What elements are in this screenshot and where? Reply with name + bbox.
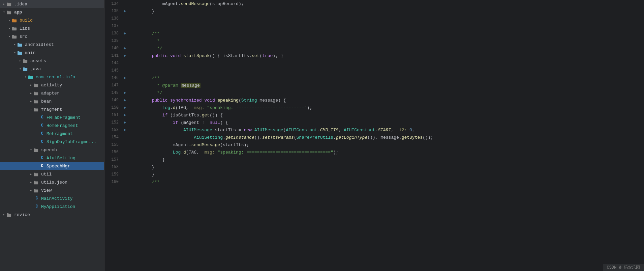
svg-rect-29	[34, 148, 35, 149]
gutter-mark	[121, 141, 128, 148]
class-icon: C	[39, 123, 45, 128]
bottom-bar: CSDN @ 码农乐园	[603, 264, 644, 271]
sidebar-item-src[interactable]: src	[0, 32, 104, 40]
sidebar-item-utils-json[interactable]: utils.json	[0, 178, 104, 186]
arrow-icon	[28, 107, 34, 111]
class-icon: C	[39, 156, 45, 160]
sidebar-item-java[interactable]: java	[0, 65, 104, 73]
gutter-mark: ◆	[121, 111, 128, 119]
arrow-icon	[1, 2, 7, 6]
svg-rect-11	[18, 43, 19, 44]
svg-rect-12	[18, 52, 22, 55]
svg-rect-10	[18, 44, 22, 47]
folder-icon	[34, 188, 40, 193]
line-num: 146	[104, 74, 121, 82]
svg-rect-3	[7, 10, 8, 11]
arrow-icon	[28, 188, 34, 192]
class-icon: C	[39, 115, 45, 120]
sidebar-label-myapplication: MyApplication	[41, 204, 75, 209]
sidebar-label-fmtabfragment: FMTabFragment	[47, 115, 81, 120]
sidebar-item-util[interactable]: util	[0, 170, 104, 178]
sidebar-item-view[interactable]: view	[0, 186, 104, 194]
gutter-mark	[121, 22, 128, 30]
sidebar-item-revice[interactable]: revice	[0, 211, 104, 219]
line-num: 154	[104, 134, 121, 141]
folder-icon	[34, 107, 40, 112]
sidebar-item-fmtabfragment[interactable]: C FMTabFragment	[0, 113, 104, 121]
sidebar-item-mefragment[interactable]: C MeFragment	[0, 130, 104, 138]
sidebar-item-bean[interactable]: bean	[0, 97, 104, 105]
line-num: 155	[104, 141, 121, 148]
sidebar-item-app[interactable]: app	[0, 8, 104, 16]
line-num: 136	[104, 15, 121, 22]
sidebar-label-adapter: adapter	[41, 91, 60, 96]
sidebar-item-mainactivity[interactable]: C MainActivity	[0, 194, 104, 202]
gutter-mark: ◆	[121, 74, 128, 82]
code-line-155: mAgent.sendMessage(startTts);	[131, 141, 641, 148]
line-numbers: 134 135 136 137 138 139 140 141 144 145 …	[104, 0, 121, 271]
sidebar-item-aiuisetting[interactable]: C AiuiSetting	[0, 154, 104, 162]
sidebar-label-speechmgr: SpeechMgr	[47, 164, 70, 169]
sidebar-item-speech[interactable]: speech	[0, 146, 104, 154]
svg-rect-16	[23, 68, 27, 71]
folder-icon	[28, 75, 34, 79]
class-icon: C	[39, 131, 45, 136]
sidebar-item-libs[interactable]: libs	[0, 24, 104, 32]
sidebar-item-homefragment[interactable]: C HomeFragment	[0, 121, 104, 130]
sidebar-item-speechmgr[interactable]: C SpeechMgr	[0, 162, 104, 170]
bottom-bar-label: CSDN @ 码农乐园	[607, 265, 640, 270]
code-line-159: }	[131, 171, 641, 178]
gutter-mark: ◆	[121, 126, 128, 134]
sidebar-item-main[interactable]: main	[0, 49, 104, 57]
sidebar-item-idea[interactable]: .idea	[0, 0, 104, 8]
gutter-mark: ◆	[121, 45, 128, 52]
svg-rect-14	[23, 60, 27, 63]
gutter-mark	[121, 82, 128, 89]
folder-icon	[18, 42, 24, 47]
sidebar-item-signdayfragment[interactable]: C SignDayTabFragme...	[0, 138, 104, 146]
sidebar-label-util: util	[41, 172, 52, 177]
line-num: 134	[104, 0, 121, 7]
sidebar-item-package[interactable]: com.rental.info	[0, 73, 104, 81]
line-num: 140	[104, 45, 121, 52]
code-line-149: public synchronized void speaking(String…	[131, 97, 641, 104]
folder-icon	[12, 18, 18, 23]
gutter-mark: ◆	[121, 30, 128, 37]
sidebar-label-app: app	[14, 10, 22, 15]
line-num: 150	[104, 104, 121, 111]
sidebar-label-bean: bean	[41, 99, 52, 104]
code-line-154: AiuiSetting.getInstance().setTtsParams(S…	[131, 134, 641, 141]
svg-rect-27	[34, 108, 35, 109]
line-num: 148	[104, 89, 121, 97]
arrow-icon	[7, 18, 12, 22]
svg-rect-35	[34, 189, 35, 190]
gutter-mark: ◆	[121, 89, 128, 97]
folder-icon	[34, 83, 40, 87]
line-num: 158	[104, 163, 121, 171]
arrow-icon	[1, 10, 7, 14]
sidebar-item-assets[interactable]: assets	[0, 57, 104, 65]
sidebar-item-androidtest[interactable]: androidTest	[0, 40, 104, 49]
gutter-mark	[121, 156, 128, 163]
folder-icon	[23, 58, 29, 63]
code-line-152: if (mAgent != null) {	[131, 119, 641, 126]
sidebar-item-adapter[interactable]: adapter	[0, 89, 104, 97]
sidebar-item-fragment[interactable]: fragment	[0, 105, 104, 113]
sidebar-item-activity[interactable]: activity	[0, 81, 104, 89]
folder-icon	[23, 66, 29, 71]
class-icon: C	[34, 204, 40, 209]
line-num: 147	[104, 82, 121, 89]
sidebar-item-myapplication[interactable]: C MyApplication	[0, 202, 104, 211]
folder-icon	[34, 180, 40, 185]
svg-rect-19	[28, 75, 30, 76]
gutter-mark	[121, 37, 128, 45]
code-line-150: Log.d(TAG, msg: "speaking: -------------…	[131, 104, 641, 111]
sidebar-item-build[interactable]: build	[0, 16, 104, 24]
svg-rect-32	[34, 181, 38, 184]
code-editor[interactable]: mAgent.sendMessage(stopRecord); } /** * …	[128, 0, 644, 271]
code-line-145	[131, 67, 641, 74]
folder-icon	[12, 26, 18, 31]
arrow-icon	[28, 180, 34, 184]
file-tree[interactable]: .idea app build libs src	[0, 0, 104, 271]
folder-icon	[34, 99, 40, 104]
